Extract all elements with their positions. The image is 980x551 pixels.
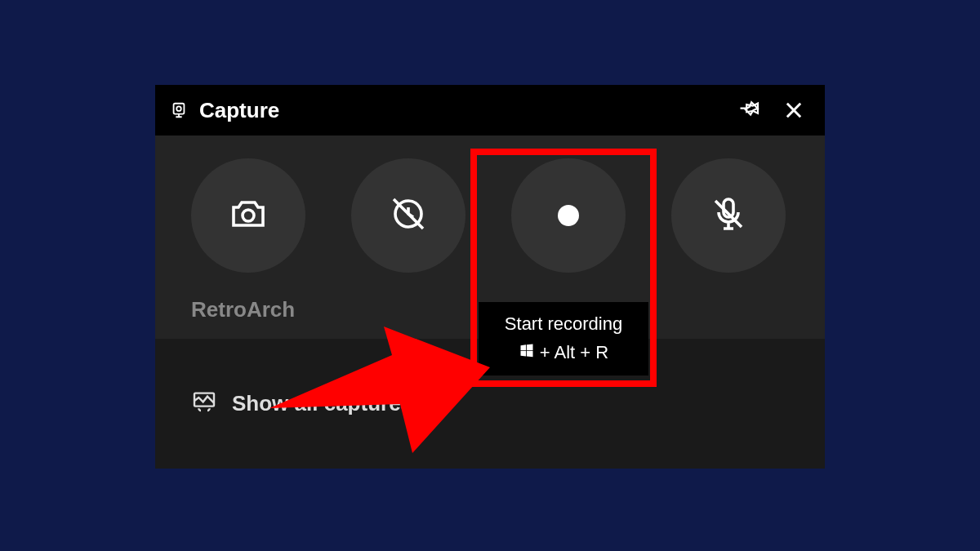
record-last-button[interactable] xyxy=(351,158,466,273)
panel-title: Capture xyxy=(199,98,722,123)
close-button[interactable] xyxy=(777,94,810,127)
svg-point-1 xyxy=(176,106,181,111)
show-all-label: Show all captures xyxy=(232,391,412,416)
start-recording-button[interactable] xyxy=(511,158,626,273)
pin-button[interactable] xyxy=(733,94,766,127)
capture-panel: Capture xyxy=(155,85,825,469)
titlebar: Capture xyxy=(155,85,825,136)
shortcut-text: + Alt + R xyxy=(540,340,608,366)
svg-point-2 xyxy=(243,210,254,221)
microphone-off-icon xyxy=(709,194,748,237)
history-off-icon xyxy=(389,194,428,237)
camera-icon xyxy=(229,194,268,237)
tooltip-label: Start recording xyxy=(490,312,637,337)
record-icon xyxy=(558,205,579,226)
gallery-icon xyxy=(191,388,217,420)
capture-buttons-row xyxy=(155,136,825,273)
tooltip-shortcut: + Alt + R xyxy=(490,340,637,366)
screenshot-button[interactable] xyxy=(191,158,305,273)
record-tooltip: Start recording + Alt + R xyxy=(479,302,648,375)
windows-key-icon xyxy=(519,340,535,366)
webcam-icon xyxy=(170,101,188,119)
svg-rect-0 xyxy=(174,104,185,114)
mic-toggle-button[interactable] xyxy=(671,158,786,273)
